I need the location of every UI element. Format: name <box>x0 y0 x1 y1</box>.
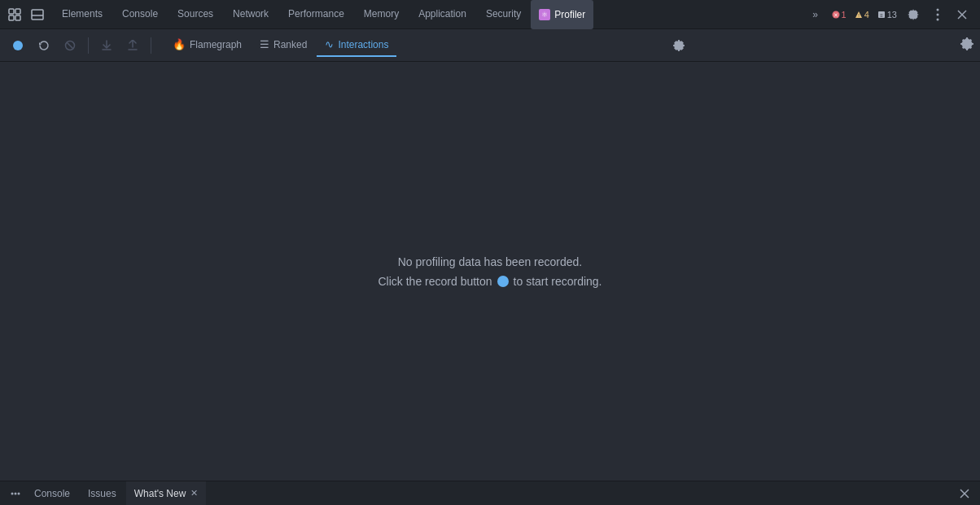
record-dot-indicator <box>497 276 509 287</box>
log-badge: ≡ 13 <box>877 10 897 20</box>
more-options-icon[interactable] <box>926 3 949 26</box>
ranked-icon: ☰ <box>260 38 269 50</box>
svg-text:≡: ≡ <box>880 12 883 17</box>
svg-text:✕: ✕ <box>833 11 838 17</box>
svg-point-12 <box>937 8 939 11</box>
tab-console[interactable]: Console <box>112 0 168 29</box>
record-button[interactable] <box>7 34 29 57</box>
profiler-toolbar: 🔥 Flamegraph ☰ Ranked ∿ Interactions <box>0 29 980 62</box>
devtools-inspect-icon[interactable] <box>3 0 26 29</box>
tab-sources[interactable]: Sources <box>168 0 223 29</box>
close-whats-new-button[interactable]: ✕ <box>190 488 198 498</box>
profiler-view-tabs: 🔥 Flamegraph ☰ Ranked ∿ Interactions <box>164 34 396 57</box>
bottom-tab-issues[interactable]: Issues <box>80 481 125 506</box>
gear-icon[interactable] <box>960 37 973 50</box>
tab-security[interactable]: Security <box>476 0 531 29</box>
empty-state: No profiling data has been recorded. Cli… <box>378 255 602 288</box>
flamegraph-icon: 🔥 <box>173 38 186 50</box>
profiler-settings-button[interactable] <box>667 34 690 57</box>
tab-elements[interactable]: Elements <box>52 0 112 29</box>
svg-rect-0 <box>9 9 14 14</box>
bottom-tab-console[interactable]: Console <box>26 481 78 506</box>
svg-point-26 <box>18 492 20 494</box>
tab-interactions[interactable]: ∿ Interactions <box>317 34 396 57</box>
main-content-area: No profiling data has been recorded. Cli… <box>0 62 980 481</box>
export-button[interactable] <box>121 34 144 57</box>
svg-rect-3 <box>15 15 20 20</box>
top-tabs-right: » ✕ 1 ! 4 ≡ 13 <box>804 3 981 26</box>
settings-icon[interactable] <box>902 3 925 26</box>
clear-button[interactable] <box>59 34 81 57</box>
top-tabs-left <box>0 0 52 29</box>
tab-network[interactable]: Network <box>223 0 278 29</box>
close-bottom-panel-button[interactable] <box>956 485 973 503</box>
toolbar-separator-2 <box>151 37 151 54</box>
svg-rect-4 <box>32 10 43 20</box>
tab-performance[interactable]: Performance <box>278 0 354 29</box>
svg-point-13 <box>937 13 939 15</box>
toolbar-separator-1 <box>88 37 89 54</box>
tab-flamegraph[interactable]: 🔥 Flamegraph <box>164 34 250 57</box>
devtools-dock-icon[interactable] <box>26 0 49 29</box>
tab-ranked[interactable]: ☰ Ranked <box>252 34 315 57</box>
error-badge-cluster[interactable]: ✕ 1 <box>829 10 850 20</box>
tab-application[interactable]: Application <box>409 0 476 29</box>
svg-point-25 <box>15 492 17 494</box>
close-devtools-button[interactable] <box>951 3 973 26</box>
empty-state-line2: Click the record button to start recordi… <box>378 275 602 288</box>
reload-button[interactable] <box>33 34 55 57</box>
svg-point-17 <box>13 41 23 50</box>
warn-badge: ! 4 <box>855 10 869 20</box>
top-tab-bar: Elements Console Sources Network Perform… <box>0 0 980 29</box>
bottom-tab-whats-new[interactable]: What's New ✕ <box>126 481 207 506</box>
log-badge-cluster[interactable]: ≡ 13 <box>874 10 900 20</box>
interactions-icon: ∿ <box>325 38 334 50</box>
svg-point-24 <box>11 492 14 494</box>
overflow-tabs-button[interactable]: » <box>804 3 827 26</box>
bottom-bar: Console Issues What's New ✕ <box>0 481 980 505</box>
warn-badge-cluster[interactable]: ! 4 <box>851 10 873 20</box>
svg-rect-1 <box>9 15 14 20</box>
svg-rect-2 <box>15 9 20 14</box>
import-button[interactable] <box>95 34 118 57</box>
empty-state-line1: No profiling data has been recorded. <box>398 255 582 268</box>
svg-line-19 <box>68 42 73 48</box>
tab-profiler[interactable]: ⚛ Profiler <box>531 0 593 29</box>
svg-point-14 <box>937 18 939 20</box>
bottom-bar-dots-button[interactable] <box>7 485 24 503</box>
tab-memory[interactable]: Memory <box>354 0 409 29</box>
profiler-react-icon: ⚛ <box>539 9 550 20</box>
error-badge: ✕ 1 <box>832 10 847 20</box>
